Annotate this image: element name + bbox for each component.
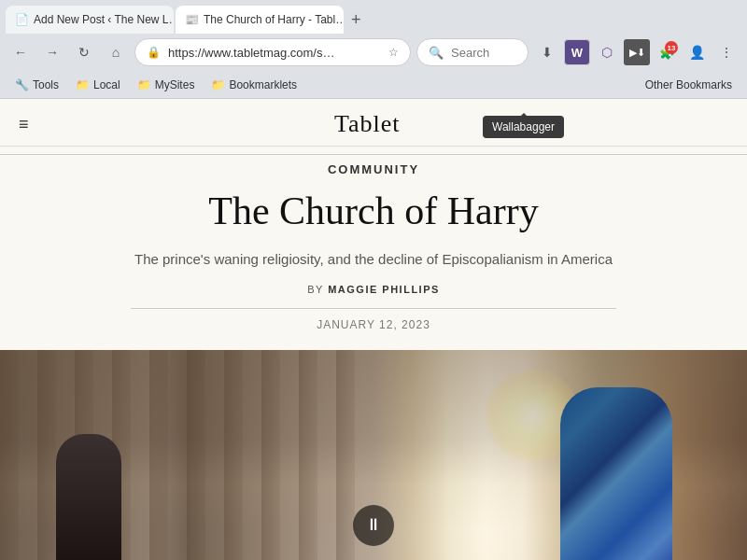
tab-article[interactable]: 📰 The Church of Harry - Tabl… ✕: [176, 6, 344, 34]
byline-divider: [131, 308, 616, 309]
address-bar[interactable]: 🔒 ☆: [134, 38, 411, 66]
site-title: Tablet: [334, 110, 401, 138]
category-label[interactable]: COMMUNITY: [56, 162, 691, 176]
search-icon: 🔍: [429, 46, 444, 60]
tools-icon: 🔧: [15, 78, 29, 91]
star-icon[interactable]: ☆: [388, 46, 399, 59]
person-figure-right: [560, 387, 672, 560]
bookmark-bookmarklets-label: Bookmarklets: [229, 78, 297, 91]
bookmark-local[interactable]: 📁 Local: [68, 77, 128, 93]
folder-icon-bookmarklets: 📁: [211, 78, 225, 91]
refresh-button[interactable]: ↻: [71, 39, 97, 65]
article-header: COMMUNITY The Church of Harry The prince…: [0, 162, 747, 331]
back-button[interactable]: ←: [7, 39, 34, 65]
hero-image-container: ⏸: [0, 350, 747, 560]
bookmark-local-label: Local: [93, 78, 120, 91]
address-bar-row: ← → ↻ ⌂ 🔒 ☆ 🔍 ⬇ W ⬡ ▶⬇ 🧩 13 👤 ⋮ W: [0, 34, 747, 71]
folder-icon-local: 📁: [76, 78, 90, 91]
tab-bar: 📄 Add New Post ‹ The New L… ✕ 📰 The Chur…: [0, 0, 747, 34]
article-subtitle: The prince's waning religiosity, and the…: [56, 249, 691, 271]
play-pause-icon: ⏸: [365, 515, 382, 535]
page-content: ≡ Tablet COMMUNITY The Church of Harry T…: [0, 99, 747, 560]
pocket-icon[interactable]: ⬡: [594, 39, 620, 65]
other-bookmarks-label: Other Bookmarks: [645, 78, 732, 91]
byline-prefix: BY: [307, 284, 323, 295]
bookmarks-bar: 🔧 Tools 📁 Local 📁 MySites 📁 Bookmarklets…: [0, 71, 747, 99]
home-button[interactable]: ⌂: [103, 39, 129, 65]
site-topnav: ≡ Tablet: [0, 99, 747, 147]
lock-icon: 🔒: [147, 46, 161, 59]
toolbar-icons: ⬇ W ⬡ ▶⬇ 🧩 13 👤 ⋮: [534, 39, 740, 65]
bookmark-tools[interactable]: 🔧 Tools: [7, 77, 66, 93]
header-divider: [0, 154, 747, 155]
hamburger-menu[interactable]: ≡: [19, 115, 29, 134]
play-pause-button[interactable]: ⏸: [353, 505, 394, 546]
extensions-icon[interactable]: 🧩 13: [654, 39, 680, 65]
bookmark-mysites[interactable]: 📁 MySites: [130, 77, 203, 93]
wallabagger-button[interactable]: W: [564, 39, 590, 65]
bookmark-tools-label: Tools: [33, 78, 59, 91]
article-date: JANUARY 12, 2023: [56, 318, 691, 331]
bookmark-bookmarklets[interactable]: 📁 Bookmarklets: [204, 77, 304, 93]
tab-label-1: Add New Post ‹ The New L…: [34, 13, 174, 26]
folder-icon-mysites: 📁: [137, 78, 151, 91]
menu-icon[interactable]: ⋮: [713, 39, 740, 65]
url-input[interactable]: [168, 46, 381, 60]
article-byline: BY MAGGIE PHILLIPS: [56, 284, 691, 295]
tab-add-post[interactable]: 📄 Add New Post ‹ The New L… ✕: [6, 6, 174, 34]
bookmark-mysites-label: MySites: [155, 78, 195, 91]
wallabagger-tooltip: Wallabagger: [483, 116, 564, 138]
search-bar[interactable]: 🔍: [416, 38, 529, 66]
forward-button[interactable]: →: [39, 39, 65, 65]
hero-image: ⏸: [0, 350, 747, 560]
video-download-icon[interactable]: ▶⬇: [624, 39, 650, 65]
download-icon[interactable]: ⬇: [534, 39, 560, 65]
tab-label-2: The Church of Harry - Tabl…: [204, 13, 344, 26]
tab-favicon-2: 📰: [185, 13, 198, 26]
article-title: The Church of Harry: [56, 188, 691, 234]
browser-chrome: 📄 Add New Post ‹ The New L… ✕ 📰 The Chur…: [0, 0, 747, 99]
tab-favicon-1: 📄: [15, 13, 28, 26]
extensions-badge: 13: [665, 41, 678, 54]
new-tab-button[interactable]: +: [345, 10, 367, 30]
profile-icon[interactable]: 👤: [684, 39, 710, 65]
other-bookmarks[interactable]: Other Bookmarks: [638, 77, 740, 93]
author-link[interactable]: MAGGIE PHILLIPS: [328, 284, 440, 295]
person-figure-left: [56, 434, 121, 560]
